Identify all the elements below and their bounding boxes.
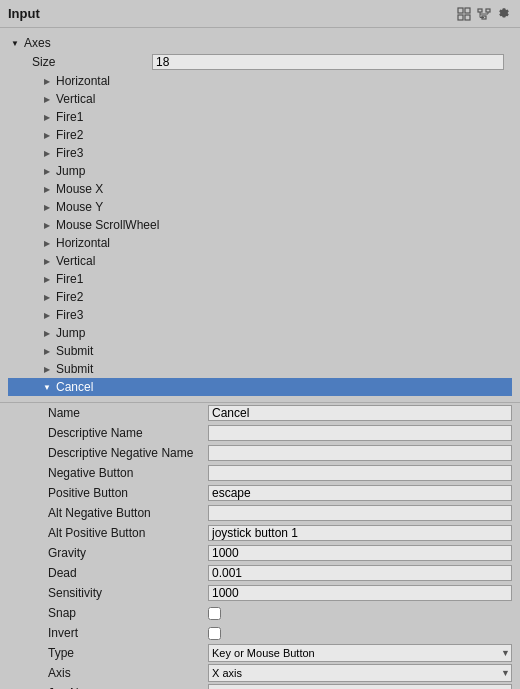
prop-alt-neg-button-input[interactable] — [208, 505, 512, 521]
item-label-9: Horizontal — [56, 236, 110, 250]
prop-name-row: Name — [0, 403, 520, 423]
prop-type-select[interactable]: Key or Mouse Button Mouse Movement Joyst… — [208, 644, 512, 662]
prop-joy-num-select[interactable]: Get Motion from all Joysticks Joystick 1… — [208, 684, 512, 689]
prop-joy-num-select-wrapper: Get Motion from all Joysticks Joystick 1… — [208, 684, 512, 689]
axes-item-1[interactable]: ▶ Vertical — [8, 90, 512, 108]
item-label-16: Submit — [56, 362, 93, 376]
axes-item-cancel[interactable]: ▼ Cancel — [8, 378, 512, 396]
prop-desc-name-input[interactable] — [208, 425, 512, 441]
prop-pos-button-input[interactable] — [208, 485, 512, 501]
prop-alt-neg-button-row: Alt Negative Button — [0, 503, 520, 523]
main-content: ▼ Axes Size ▶ Horizontal ▶ Vertical ▶ Fi… — [0, 28, 520, 689]
settings-icon[interactable] — [496, 6, 512, 22]
item-label-7: Mouse Y — [56, 200, 103, 214]
item-arrow-6: ▶ — [40, 182, 54, 196]
axes-item-7[interactable]: ▶ Mouse Y — [8, 198, 512, 216]
cancel-arrow: ▼ — [40, 380, 54, 394]
prop-neg-button-row: Negative Button — [0, 463, 520, 483]
hierarchy-icon[interactable] — [476, 6, 492, 22]
title-bar-icons — [456, 6, 512, 22]
item-arrow-1: ▶ — [40, 92, 54, 106]
size-input[interactable] — [152, 54, 504, 70]
axes-item-12[interactable]: ▶ Fire2 — [8, 288, 512, 306]
prop-axis-select[interactable]: X axis Y axis Z axis — [208, 664, 512, 682]
prop-invert-label: Invert — [48, 626, 208, 640]
axes-item-11[interactable]: ▶ Fire1 — [8, 270, 512, 288]
prop-type-select-wrapper: Key or Mouse Button Mouse Movement Joyst… — [208, 644, 512, 662]
item-arrow-15: ▶ — [40, 344, 54, 358]
axes-item-2[interactable]: ▶ Fire1 — [8, 108, 512, 126]
title-bar: Input — [0, 0, 520, 28]
item-arrow-14: ▶ — [40, 326, 54, 340]
prop-neg-button-label: Negative Button — [48, 466, 208, 480]
item-label-5: Jump — [56, 164, 85, 178]
axes-item-13[interactable]: ▶ Fire3 — [8, 306, 512, 324]
axes-item-8[interactable]: ▶ Mouse ScrollWheel — [8, 216, 512, 234]
axes-item-4[interactable]: ▶ Fire3 — [8, 144, 512, 162]
cancel-label: Cancel — [56, 380, 93, 394]
axes-item-16[interactable]: ▶ Submit — [8, 360, 512, 378]
prop-alt-pos-button-input[interactable] — [208, 525, 512, 541]
axes-item-14[interactable]: ▶ Jump — [8, 324, 512, 342]
prop-invert-checkbox[interactable] — [208, 627, 221, 640]
axes-item-6[interactable]: ▶ Mouse X — [8, 180, 512, 198]
prop-desc-neg-name-row: Descriptive Negative Name — [0, 443, 520, 463]
properties-section: Name Descriptive Name Descriptive Negati… — [0, 402, 520, 689]
axes-item-9[interactable]: ▶ Horizontal — [8, 234, 512, 252]
prop-alt-pos-button-label: Alt Positive Button — [48, 526, 208, 540]
prop-desc-neg-name-input[interactable] — [208, 445, 512, 461]
prop-type-row: Type Key or Mouse Button Mouse Movement … — [0, 643, 520, 663]
window-title: Input — [8, 6, 40, 21]
axes-header[interactable]: ▼ Axes — [8, 34, 512, 52]
axes-item-5[interactable]: ▶ Jump — [8, 162, 512, 180]
item-label-2: Fire1 — [56, 110, 83, 124]
item-arrow-7: ▶ — [40, 200, 54, 214]
size-label: Size — [32, 55, 152, 69]
prop-neg-button-input[interactable] — [208, 465, 512, 481]
item-arrow-10: ▶ — [40, 254, 54, 268]
item-arrow-11: ▶ — [40, 272, 54, 286]
prop-desc-name-label: Descriptive Name — [48, 426, 208, 440]
prop-pos-button-label: Positive Button — [48, 486, 208, 500]
item-arrow-0: ▶ — [40, 74, 54, 88]
svg-rect-1 — [465, 8, 470, 13]
axes-item-15[interactable]: ▶ Submit — [8, 342, 512, 360]
prop-pos-button-row: Positive Button — [0, 483, 520, 503]
prop-alt-pos-button-row: Alt Positive Button — [0, 523, 520, 543]
layout-icon[interactable] — [456, 6, 472, 22]
axes-item-10[interactable]: ▶ Vertical — [8, 252, 512, 270]
prop-name-input[interactable] — [208, 405, 512, 421]
item-arrow-4: ▶ — [40, 146, 54, 160]
prop-desc-name-row: Descriptive Name — [0, 423, 520, 443]
item-label-14: Jump — [56, 326, 85, 340]
item-label-6: Mouse X — [56, 182, 103, 196]
item-label-12: Fire2 — [56, 290, 83, 304]
prop-dead-input[interactable] — [208, 565, 512, 581]
prop-axis-row: Axis X axis Y axis Z axis ▼ — [0, 663, 520, 683]
item-label-8: Mouse ScrollWheel — [56, 218, 159, 232]
svg-rect-5 — [486, 9, 490, 12]
prop-snap-checkbox[interactable] — [208, 607, 221, 620]
prop-gravity-input[interactable] — [208, 545, 512, 561]
prop-axis-select-wrapper: X axis Y axis Z axis ▼ — [208, 664, 512, 682]
prop-axis-label: Axis — [48, 666, 208, 680]
prop-desc-neg-name-label: Descriptive Negative Name — [48, 446, 208, 460]
svg-rect-0 — [458, 8, 463, 13]
axes-item-3[interactable]: ▶ Fire2 — [8, 126, 512, 144]
prop-gravity-label: Gravity — [48, 546, 208, 560]
axes-expand-arrow: ▼ — [8, 36, 22, 50]
prop-dead-row: Dead — [0, 563, 520, 583]
prop-type-label: Type — [48, 646, 208, 660]
prop-alt-neg-button-label: Alt Negative Button — [48, 506, 208, 520]
size-row: Size — [8, 52, 512, 72]
axes-item-0[interactable]: ▶ Horizontal — [8, 72, 512, 90]
item-arrow-12: ▶ — [40, 290, 54, 304]
prop-sensitivity-input[interactable] — [208, 585, 512, 601]
item-arrow-8: ▶ — [40, 218, 54, 232]
prop-gravity-row: Gravity — [0, 543, 520, 563]
prop-sensitivity-label: Sensitivity — [48, 586, 208, 600]
prop-name-label: Name — [48, 406, 208, 420]
item-label-10: Vertical — [56, 254, 95, 268]
item-label-4: Fire3 — [56, 146, 83, 160]
prop-sensitivity-row: Sensitivity — [0, 583, 520, 603]
